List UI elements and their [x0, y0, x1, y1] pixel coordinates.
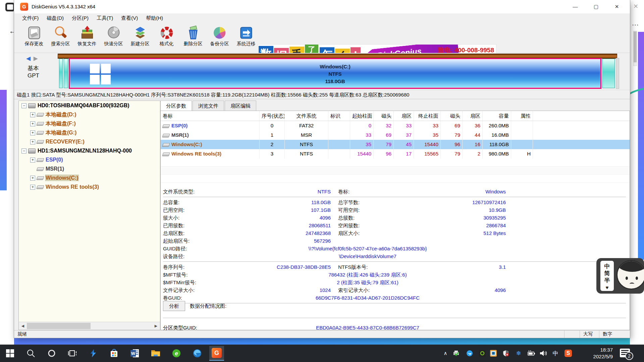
- partition-name: Windows(C:): [70, 63, 600, 70]
- disk-icon: [28, 148, 36, 154]
- more-menu-icon[interactable]: ⋯: [632, 21, 639, 29]
- tray-volume-icon[interactable]: [539, 350, 547, 357]
- search-partition-button[interactable]: 搜索分区: [47, 24, 74, 51]
- partition-bar-scroll[interactable]: [616, 58, 619, 89]
- tree-item-esp[interactable]: +ESP(0): [19, 155, 160, 164]
- svg-text:e: e: [175, 350, 178, 357]
- start-button[interactable]: [5, 348, 15, 359]
- title-bar[interactable]: G DiskGenius V5.4.3.1342 x64 — ▢ ✕: [14, 0, 630, 13]
- expander-icon[interactable]: −: [21, 148, 26, 154]
- scroll-right-arrow[interactable]: ▶: [153, 323, 159, 329]
- tree-horizontal-scrollbar[interactable]: ◀ ▶: [18, 322, 160, 330]
- new-partition-button[interactable]: 新建分区: [127, 24, 153, 51]
- expander-icon[interactable]: +: [30, 121, 35, 126]
- menu-disk[interactable]: 磁盘(D): [43, 13, 68, 23]
- tree-item-recovery-e[interactable]: +RECOVERY(E:): [19, 137, 160, 146]
- tray-ime-indicator[interactable]: 中: [551, 350, 559, 357]
- system-migration-button[interactable]: 系统迁移: [233, 24, 259, 51]
- task-view-icon[interactable]: [67, 348, 78, 359]
- expander-icon[interactable]: +: [30, 158, 35, 163]
- diskgenius-taskbar-icon[interactable]: G: [209, 346, 224, 361]
- partition-box-re-tools[interactable]: [602, 59, 615, 88]
- new-partition-icon: [133, 25, 148, 40]
- table-row-windows-c[interactable]: Windows(C:) 2NTFS 357945 154409616 118.0…: [161, 140, 630, 149]
- system-migration-icon: [239, 25, 254, 40]
- save-changes-button[interactable]: 保存更改: [21, 24, 47, 51]
- table-row-esp[interactable]: ESP(0) 0FAT32 03233 336936 260.0MB: [161, 121, 630, 130]
- partition-icon: [162, 143, 170, 147]
- partition-icon: [36, 140, 44, 144]
- tray-security-shield-icon[interactable]: [502, 350, 510, 357]
- menu-view[interactable]: 查看(V): [117, 13, 142, 23]
- expander-icon[interactable]: +: [30, 185, 35, 190]
- scroll-left-arrow[interactable]: ◀: [19, 323, 26, 329]
- cortana-icon[interactable]: [46, 348, 57, 359]
- table-row-windows-re[interactable]: Windows RE tools(3) 3NTFS 154409617 1556…: [161, 149, 630, 159]
- tree-item-local-g[interactable]: +本地磁盘(G:): [19, 128, 160, 137]
- empty-row: [161, 175, 630, 183]
- search-icon[interactable]: [25, 348, 36, 359]
- recover-files-button[interactable]: 恢复文件: [74, 24, 100, 51]
- file-explorer-icon[interactable]: [150, 348, 161, 359]
- next-disk-arrow[interactable]: ▶: [32, 55, 38, 62]
- menu-tools[interactable]: 工具(T): [93, 13, 117, 23]
- quick-partition-button[interactable]: 快速分区: [100, 24, 127, 51]
- taskbar-clock[interactable]: 18:37 2022/5/9: [582, 347, 613, 360]
- word-icon[interactable]: W: [129, 348, 140, 359]
- expander-icon[interactable]: +: [30, 176, 35, 181]
- tree-item-msr[interactable]: MSR(1): [19, 164, 160, 173]
- tree-item-local-d[interactable]: +本地磁盘(D:): [19, 110, 160, 119]
- ime-assistant-widget[interactable]: 中简半 ♥: [596, 258, 644, 294]
- close-button[interactable]: ✕: [606, 0, 627, 13]
- background-close-icon[interactable]: ✕: [633, 3, 638, 10]
- delete-partition-button[interactable]: 删除分区: [180, 24, 206, 51]
- partition-box-windows-c[interactable]: Windows(C:) NTFS 118.0GB: [69, 58, 601, 89]
- tab-partition-params[interactable]: 分区参数: [160, 101, 192, 111]
- tree-item-hd0[interactable]: −HD0:TOSHIBAMQ04ABF100(932GB): [19, 101, 160, 110]
- backup-partition-button[interactable]: 备份分区: [206, 24, 233, 51]
- prev-disk-arrow[interactable]: ◀: [26, 55, 31, 62]
- maximize-button[interactable]: ▢: [586, 0, 606, 13]
- flash-app-icon[interactable]: [88, 348, 99, 359]
- background-scrollbar-thumb[interactable]: [634, 32, 637, 62]
- tree-item-hd1[interactable]: −HD1:SAMSUNGMZNLN128HAHQ-000: [19, 146, 160, 155]
- edge-browser-icon[interactable]: [192, 348, 203, 359]
- tray-snowflake-icon[interactable]: ❄: [515, 350, 523, 357]
- ime-status-card[interactable]: 中简半 ♥: [600, 261, 614, 291]
- expander-icon[interactable]: +: [30, 130, 35, 135]
- tree-item-local-f[interactable]: +本地磁盘(F:): [19, 119, 160, 128]
- expander-icon[interactable]: −: [21, 103, 26, 108]
- partition-filesystem: NTFS: [70, 70, 600, 78]
- tray-nvidia-icon[interactable]: [478, 350, 486, 357]
- menu-partition[interactable]: 分区(P): [68, 13, 93, 23]
- analyze-button[interactable]: 分析: [163, 301, 185, 311]
- expander-icon[interactable]: +: [30, 139, 35, 144]
- format-button[interactable]: 格式化: [153, 24, 180, 51]
- tray-battery-icon[interactable]: [527, 350, 535, 357]
- tab-browse-files[interactable]: 浏览文件: [193, 101, 224, 111]
- partition-box-esp[interactable]: [59, 59, 63, 88]
- tab-sector-edit[interactable]: 扇区编辑: [225, 101, 256, 111]
- minimize-button[interactable]: —: [565, 0, 586, 13]
- tray-intel-graphics-icon[interactable]: [489, 350, 497, 357]
- store-icon[interactable]: [109, 348, 119, 359]
- scrollbar-thumb[interactable]: [27, 323, 91, 329]
- tray-chevron-up-icon[interactable]: ∧: [441, 350, 449, 357]
- tree-item-windows-re[interactable]: +Windows RE tools(3): [19, 182, 160, 191]
- expander-icon[interactable]: +: [30, 112, 35, 117]
- ie-browser-icon[interactable]: e: [171, 348, 182, 359]
- delete-partition-icon: [186, 25, 201, 40]
- partition-icon: [36, 176, 44, 180]
- menu-help[interactable]: 帮助(H): [142, 13, 167, 23]
- tree-item-windows-c[interactable]: +Windows(C:): [19, 173, 160, 182]
- numlock-indicator: 数字: [599, 330, 618, 338]
- tray-sogou-icon[interactable]: S: [564, 350, 572, 357]
- menu-file[interactable]: 文件(F): [18, 13, 43, 23]
- tray-dingtalk-icon[interactable]: [466, 350, 474, 357]
- tray-printer-icon[interactable]: [452, 350, 460, 357]
- volume-details: 文件系统类型:NTFS卷标:Windows 总容量:118.0GB总字节数:12…: [163, 188, 626, 305]
- partition-box-msr[interactable]: [64, 59, 68, 88]
- table-row-msr[interactable]: MSR(1) 1MSR 336937 357944 16.0MB: [161, 130, 630, 140]
- format-icon: [159, 25, 174, 40]
- notification-badge: 2: [625, 352, 633, 360]
